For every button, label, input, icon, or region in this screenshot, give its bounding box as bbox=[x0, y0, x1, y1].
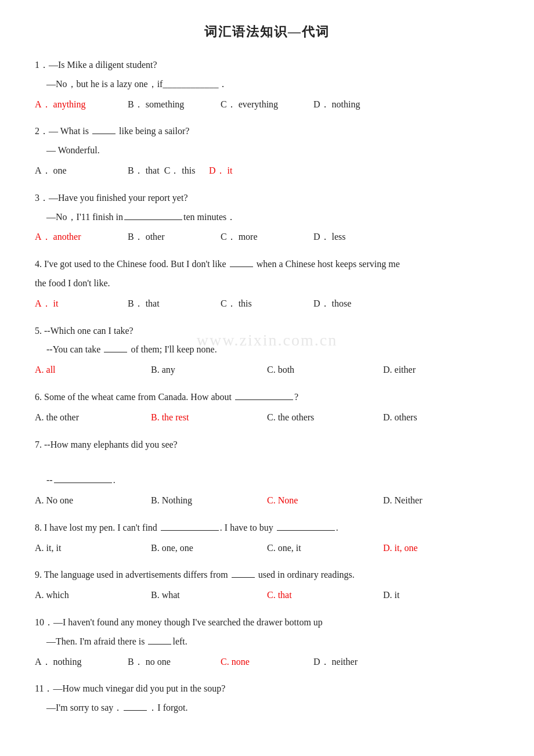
q8-optB: B. one, one bbox=[151, 540, 267, 557]
question-8: 8. I have lost my pen. I can't find . I … bbox=[35, 520, 499, 557]
q10-line1: 10．—I haven't found any money though I'v… bbox=[35, 614, 499, 631]
q1-optB: B． something bbox=[128, 96, 221, 113]
question-7: 7. --How many elephants did you see? --.… bbox=[35, 437, 499, 509]
q6-optA: A. the other bbox=[35, 409, 151, 426]
q11-line1: 11．—How much vinegar did you put in the … bbox=[35, 681, 499, 697]
q2-optB: B． that C． this bbox=[128, 163, 209, 179]
q5-optB: B. any bbox=[151, 362, 267, 379]
q9-line1: 9. The language used in advertisements d… bbox=[35, 567, 499, 584]
q4-optD: D． those bbox=[313, 296, 406, 312]
q6-optD: D. others bbox=[383, 409, 499, 426]
q10-options: A． nothing B． no one C. none D． neither bbox=[35, 654, 499, 671]
q3-optD: D． less bbox=[313, 229, 406, 246]
q10-optB: B． no one bbox=[128, 654, 221, 671]
q6-optC: C. the others bbox=[267, 409, 383, 426]
question-5: 5. --Which one can I take? --You can tak… bbox=[35, 323, 499, 379]
q6-optB: B. the rest bbox=[151, 409, 267, 426]
question-4: 4. I've got used to the Chinese food. Bu… bbox=[35, 256, 499, 312]
q2-optA: A． one bbox=[35, 163, 128, 179]
q7-options: A. No one B. Nothing C. None D. Neither bbox=[35, 492, 499, 509]
q8-optC: C. one, it bbox=[267, 540, 383, 557]
q4-optA: A． it bbox=[35, 296, 128, 312]
q4-line1: 4. I've got used to the Chinese food. Bu… bbox=[35, 256, 499, 273]
page-title: 词汇语法知识—代词 bbox=[35, 23, 499, 41]
q4-optC: C． this bbox=[221, 296, 313, 312]
q5-line2: --You can take of them; I'll keep none. bbox=[46, 341, 499, 358]
q7-optD: D. Neither bbox=[383, 492, 499, 509]
q8-optA: A. it, it bbox=[35, 540, 151, 557]
q10-line2: —Then. I'm afraid there is left. bbox=[46, 633, 499, 650]
q6-options: A. the other B. the rest C. the others D… bbox=[35, 409, 499, 426]
q10-optA: A． nothing bbox=[35, 654, 128, 671]
q9-optB: B. what bbox=[151, 587, 267, 604]
q11-line2: —I'm sorry to say．．I forgot. bbox=[46, 700, 499, 717]
question-2: 2．— What is like being a sailor? — Wonde… bbox=[35, 123, 499, 179]
q8-optD: D. it, one bbox=[383, 540, 499, 557]
q3-optA: A． another bbox=[35, 229, 128, 246]
q9-optD: D. it bbox=[383, 587, 499, 604]
q6-line1: 6. Some of the wheat came from Canada. H… bbox=[35, 389, 499, 406]
q1-options: A． anything B． something C． everything D… bbox=[35, 96, 499, 113]
q3-line2: —No，I'11 finish inten minutes． bbox=[46, 209, 499, 226]
q5-optD: D. either bbox=[383, 362, 499, 379]
q8-options: A. it, it B. one, one C. one, it D. it, … bbox=[35, 540, 499, 557]
question-11: 11．—How much vinegar did you put in the … bbox=[35, 681, 499, 717]
q5-options: A. all B. any C. both D. either bbox=[35, 362, 499, 379]
q1-line2: —No，but he is a lazy one，if____________． bbox=[46, 76, 499, 93]
question-9: 9. The language used in advertisements d… bbox=[35, 567, 499, 604]
q1-optD: D． nothing bbox=[313, 96, 406, 113]
q9-optC: C. that bbox=[267, 587, 383, 604]
q10-optC: C. none bbox=[221, 654, 313, 671]
q4-line2: the food I don't like. bbox=[35, 275, 499, 292]
q2-options: A． one B． that C． this D． it bbox=[35, 163, 499, 179]
q5-line1: 5. --Which one can I take? bbox=[35, 323, 499, 340]
q10-optD: D． neither bbox=[313, 654, 406, 671]
q2-line2: — Wonderful. bbox=[46, 142, 499, 159]
question-3: 3．—Have you finished your report yet? —N… bbox=[35, 190, 499, 246]
q9-options: A. which B. what C. that D. it bbox=[35, 587, 499, 604]
q7-optB: B. Nothing bbox=[151, 492, 267, 509]
q5-optA: A. all bbox=[35, 362, 151, 379]
q1-optC: C． everything bbox=[221, 96, 313, 113]
q3-options: A． another B． other C． more D． less bbox=[35, 229, 499, 246]
q8-line1: 8. I have lost my pen. I can't find . I … bbox=[35, 520, 499, 537]
q4-optB: B． that bbox=[128, 296, 221, 312]
q2-optD: D． it bbox=[209, 163, 302, 179]
q1-optA: A． anything bbox=[35, 96, 128, 113]
q4-options: A． it B． that C． this D． those bbox=[35, 296, 499, 312]
q5-optC: C. both bbox=[267, 362, 383, 379]
question-1: 1．—Is Mike a diligent student? —No，but h… bbox=[35, 57, 499, 113]
q7-optA: A. No one bbox=[35, 492, 151, 509]
q7-line2: --. bbox=[46, 455, 499, 489]
q1-line1: 1．—Is Mike a diligent student? bbox=[35, 57, 499, 74]
q7-optC: C. None bbox=[267, 492, 383, 509]
q9-optA: A. which bbox=[35, 587, 151, 604]
question-6: 6. Some of the wheat came from Canada. H… bbox=[35, 389, 499, 426]
q3-optC: C． more bbox=[221, 229, 313, 246]
q7-line1: 7. --How many elephants did you see? bbox=[35, 437, 499, 453]
q3-line1: 3．—Have you finished your report yet? bbox=[35, 190, 499, 207]
q2-line1: 2．— What is like being a sailor? bbox=[35, 123, 499, 140]
question-10: 10．—I haven't found any money though I'v… bbox=[35, 614, 499, 670]
q3-optB: B． other bbox=[128, 229, 221, 246]
